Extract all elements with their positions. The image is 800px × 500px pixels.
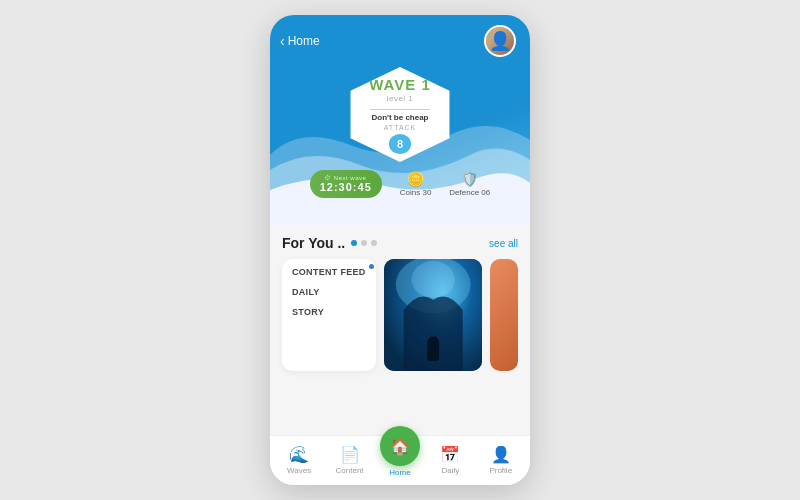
menu-item-daily[interactable]: DAILY	[292, 287, 366, 297]
defence-label: Defence 06	[449, 188, 490, 197]
section-title-row: For You ..	[282, 235, 377, 251]
content-area: For You .. see all CONTENT FEED DAILY ST…	[270, 225, 530, 435]
nav-label-profile: Profile	[489, 466, 512, 475]
back-button[interactable]: ‹ Home	[280, 33, 320, 49]
dot-1	[351, 240, 357, 246]
avatar[interactable]	[484, 25, 516, 57]
coins-label: Coins 30	[400, 188, 432, 197]
side-image-card	[490, 259, 518, 371]
daily-icon: 📅	[440, 445, 460, 464]
back-arrow-icon: ‹	[280, 33, 285, 49]
wave-timer: 12:30:45	[320, 181, 372, 193]
cards-row: CONTENT FEED DAILY STORY	[282, 259, 518, 371]
dot-3	[371, 240, 377, 246]
for-you-header: For You .. see all	[282, 235, 518, 251]
hexagon-card: WAVE 1 level 1 Don't be cheap ATTACK 8	[345, 67, 455, 162]
nav-item-profile[interactable]: 👤 Profile	[481, 445, 521, 475]
menu-item-story[interactable]: STORY	[292, 307, 366, 317]
dot-indicators	[351, 240, 377, 246]
bottom-nav: 🌊 Waves 📄 Content 🏠 Home 📅 Daily 👤 Profi…	[270, 435, 530, 485]
section-title: For You ..	[282, 235, 345, 251]
nav-item-content[interactable]: 📄 Content	[330, 445, 370, 475]
attack-badge: 8	[389, 134, 411, 154]
svg-rect-3	[429, 337, 437, 343]
hero-section: ‹ Home WAVE 1 level 1 Don't be cheap ATT…	[270, 15, 530, 225]
nav-item-daily[interactable]: 📅 Daily	[430, 445, 470, 475]
wave-level: level 1	[387, 94, 414, 103]
see-all-link[interactable]: see all	[489, 238, 518, 249]
content-image-card[interactable]	[384, 259, 482, 371]
top-bar: ‹ Home	[270, 15, 530, 61]
nav-label-daily: Daily	[441, 466, 459, 475]
hex-divider	[370, 109, 430, 110]
content-icon: 📄	[340, 445, 360, 464]
avatar-image	[486, 27, 514, 55]
coins-stat: 🪙 Coins 30	[400, 171, 432, 197]
next-wave-button[interactable]: ⏱ Next wave 12:30:45	[310, 170, 382, 198]
nav-label-home: Home	[389, 468, 410, 477]
waves-icon: 🌊	[289, 445, 309, 464]
defence-icon: 🛡️	[461, 171, 478, 187]
coins-icon: 🪙	[407, 171, 424, 187]
home-icon: 🏠	[390, 437, 410, 456]
cave-background	[384, 259, 482, 371]
back-label: Home	[288, 34, 320, 48]
cave-image	[384, 259, 482, 371]
wave-name: WAVE 1	[369, 77, 431, 94]
phone-container: ‹ Home WAVE 1 level 1 Don't be cheap ATT…	[270, 15, 530, 485]
profile-icon: 👤	[491, 445, 511, 464]
menu-item-content-feed[interactable]: CONTENT FEED	[292, 267, 366, 277]
hexagon-container: WAVE 1 level 1 Don't be cheap ATTACK 8	[270, 67, 530, 162]
menu-card: CONTENT FEED DAILY STORY	[282, 259, 376, 371]
hero-quote: Don't be cheap	[371, 113, 428, 122]
next-wave-row: ⏱ Next wave 12:30:45 🪙 Coins 30 🛡️ Defen…	[270, 162, 530, 202]
nav-label-content: Content	[336, 466, 364, 475]
nav-item-waves[interactable]: 🌊 Waves	[279, 445, 319, 475]
attack-label: ATTACK	[384, 124, 417, 131]
defence-stat: 🛡️ Defence 06	[449, 171, 490, 197]
dot-2	[361, 240, 367, 246]
nav-label-waves: Waves	[287, 466, 311, 475]
svg-point-1	[411, 261, 454, 298]
home-button[interactable]: 🏠	[380, 426, 420, 466]
nav-item-home[interactable]: 🏠 Home	[380, 442, 420, 477]
